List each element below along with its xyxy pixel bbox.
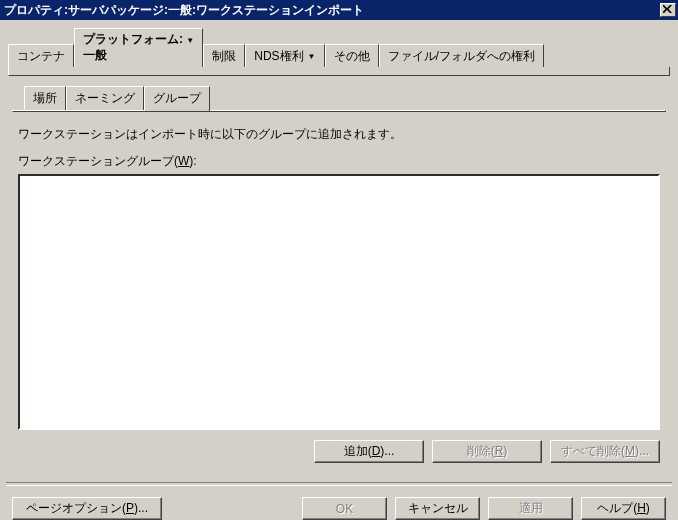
group-list-label: ワークステーショングループ(W): — [18, 153, 660, 170]
tab-label: 場所 — [33, 91, 57, 105]
top-tabs: コンテナ プラットフォーム: ▼ 一般 制限 NDS権利 ▼ その他 — [8, 28, 670, 76]
tab-label-line2: 一般 — [83, 48, 107, 62]
window-title: プロパティ:サーバパッケージ:一般:ワークステーションインポート — [4, 2, 364, 19]
add-button[interactable]: 追加(D)... — [314, 440, 424, 463]
tab-label: ファイル/フォルダへの権利 — [388, 48, 535, 65]
tab-naming[interactable]: ネーミング — [66, 86, 144, 110]
tab-label: コンテナ — [17, 48, 65, 65]
tab-limit[interactable]: 制限 — [203, 44, 245, 67]
tab-platform-general[interactable]: プラットフォーム: ▼ 一般 — [74, 28, 203, 67]
group-panel: ワークステーションはインポート時に以下のグループに追加されます。 ワークステーシ… — [12, 112, 666, 469]
divider — [6, 482, 672, 486]
tab-label: ネーミング — [75, 91, 135, 105]
tab-nds-rights[interactable]: NDS権利 ▼ — [245, 44, 324, 67]
apply-button: 適用 — [488, 497, 573, 520]
group-buttons: 追加(D)... 削除(R) すべて削除(M)... — [18, 440, 660, 463]
window: プロパティ:サーバパッケージ:一般:ワークステーションインポート コンテナ プラ… — [0, 0, 678, 520]
bottom-bar: ページオプション(P)... OK キャンセル 適用 ヘルプ(H) — [0, 497, 678, 520]
delete-button: 削除(R) — [432, 440, 542, 463]
delete-all-button: すべて削除(M)... — [550, 440, 660, 463]
sub-tabs: 場所 ネーミング グループ — [24, 86, 666, 110]
tab-group[interactable]: グループ — [144, 86, 210, 111]
dropdown-arrow-icon: ▼ — [308, 52, 316, 61]
help-button[interactable]: ヘルプ(H) — [581, 497, 666, 520]
close-button[interactable] — [660, 3, 676, 17]
tab-label: 制限 — [212, 48, 236, 65]
tab-label: グループ — [153, 91, 201, 105]
tab-label: NDS権利 — [254, 48, 303, 65]
description-text: ワークステーションはインポート時に以下のグループに追加されます。 — [18, 126, 660, 143]
page-options-button[interactable]: ページオプション(P)... — [12, 497, 162, 520]
cancel-button[interactable]: キャンセル — [395, 497, 480, 520]
dropdown-arrow-icon: ▼ — [186, 36, 194, 45]
tab-other[interactable]: その他 — [325, 44, 379, 67]
titlebar: プロパティ:サーバパッケージ:一般:ワークステーションインポート — [0, 0, 678, 20]
workstation-group-list[interactable] — [18, 174, 660, 430]
main-panel: 場所 ネーミング グループ ワークステーションはインポート時に以下のグループに追… — [12, 86, 666, 469]
tab-location[interactable]: 場所 — [24, 86, 66, 110]
content: コンテナ プラットフォーム: ▼ 一般 制限 NDS権利 ▼ その他 — [0, 28, 678, 520]
tab-file-folder-rights[interactable]: ファイル/フォルダへの権利 — [379, 44, 544, 67]
tab-label: その他 — [334, 48, 370, 65]
tab-container[interactable]: コンテナ — [8, 44, 74, 67]
accel-w: W — [178, 154, 189, 168]
tab-label-line1: プラットフォーム: — [83, 32, 183, 46]
ok-button: OK — [302, 497, 387, 520]
